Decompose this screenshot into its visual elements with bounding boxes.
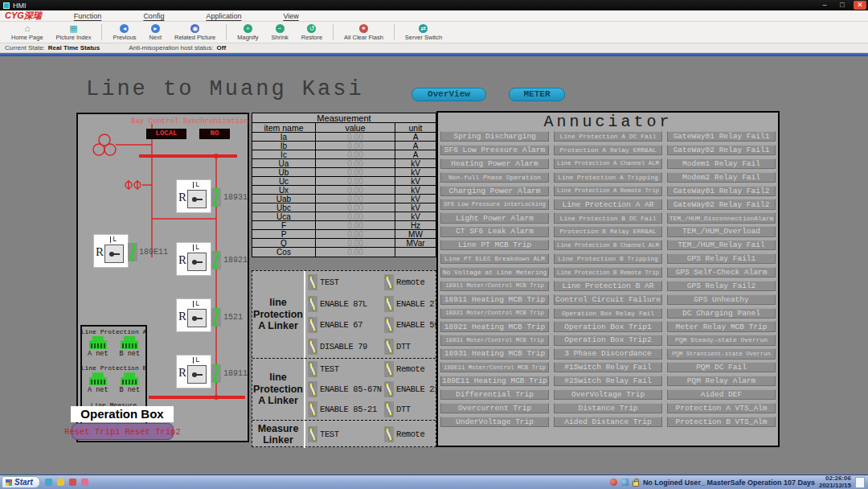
annunciator-tile[interactable]: 18921 Moter/Control MCB Trip (440, 308, 549, 318)
menu-config[interactable]: Config (143, 12, 164, 20)
annunciator-tile[interactable]: GPS Self-Check Alarm (667, 267, 776, 277)
annunciator-tile[interactable]: SF6 Low Pressure interLocking (440, 199, 549, 209)
disconnector-switch-icon[interactable] (211, 251, 221, 269)
annunciator-tile[interactable]: TEM_/HUM_Relay Fail (667, 240, 776, 250)
linker-switch-icon[interactable] (384, 426, 394, 442)
annunciator-tile[interactable]: Line Protection B Tripping (554, 253, 662, 264)
toolbar-button-related-picture[interactable]: ◉Related Picture (168, 23, 222, 43)
reset-trip-button[interactable]: Reset Trip2 (125, 427, 181, 437)
annunciator-tile[interactable]: Line Protection A Channel ALM (554, 158, 662, 169)
toolbar-button-server-switch[interactable]: ⇄Server Switch (399, 23, 448, 43)
annunciator-tile[interactable]: OverVoltage Trip (554, 389, 662, 400)
linker-switch-icon[interactable] (384, 401, 394, 417)
annunciator-tile[interactable]: TEM_/HUM_Overload (667, 226, 776, 236)
annunciator-tile[interactable]: #2Switch Relay Fail (554, 376, 662, 386)
annunciator-tile[interactable]: 18931 Moter/Control MCB Trip (440, 335, 549, 345)
annunciator-tile[interactable]: PQM Steady-state Overrun (667, 335, 776, 345)
quick-launch-icon-1[interactable] (45, 479, 52, 486)
annunciator-tile[interactable]: GateWay02 Relay Fail1 (667, 145, 776, 155)
toolbar-button-home-page[interactable]: ⌂Home Page (5, 23, 50, 43)
annunciator-tile[interactable]: Protection A VTS_Alm (667, 403, 776, 413)
quick-launch-icon-2[interactable] (57, 479, 64, 486)
annunciator-tile[interactable]: Modem2 Relay Fail (667, 172, 776, 183)
annunciator-tile[interactable]: UnderVoltage Trip (440, 417, 549, 427)
annunciator-tile[interactable]: Aided Distance Trip (554, 417, 662, 427)
toolbar-button-shrink[interactable]: −Shrink (265, 23, 295, 43)
toolbar-button-magnify[interactable]: +Magnify (231, 23, 264, 43)
annunciator-tile[interactable]: Light Power Alarm (440, 212, 549, 223)
linker-switch-icon[interactable] (384, 361, 394, 377)
annunciator-tile[interactable]: CT SF6 Leak Alarm (440, 226, 549, 236)
meter-button[interactable]: METER (509, 88, 565, 101)
annunciator-tile[interactable]: Operation Box Relay Fail (554, 308, 662, 318)
annunciator-tile[interactable]: GPS Relay Fail2 (667, 281, 776, 291)
annunciator-tile[interactable]: Operation Box Trip1 (554, 321, 662, 331)
annunciator-tile[interactable]: Non-full Phase Operation (440, 172, 549, 183)
annunciator-tile[interactable]: PQM Relay Alarm (667, 376, 776, 386)
annunciator-tile[interactable]: Line Protection B Channel ALM (554, 240, 662, 250)
annunciator-tile[interactable]: Overcurrent Trip (440, 403, 549, 413)
linker-switch-icon[interactable] (308, 426, 317, 442)
linker-switch-icon[interactable] (384, 317, 394, 333)
annunciator-tile[interactable]: #1Switch Relay Fail (554, 362, 662, 372)
quick-launch-icon-4[interactable] (81, 479, 88, 486)
annunciator-tile[interactable]: Operation Box Trip2 (554, 335, 662, 345)
overview-button[interactable]: OverView (411, 88, 486, 101)
annunciator-tile[interactable]: Protection A Relay ERR&AL (554, 145, 662, 155)
menu-application[interactable]: Application (206, 12, 241, 20)
toolbar-button-previous[interactable]: ◂Previous (106, 23, 142, 43)
annunciator-tile[interactable]: Spring Discharging (440, 131, 549, 142)
annunciator-tile[interactable]: Line Protection B AR (554, 281, 662, 291)
annunciator-tile[interactable]: GateWay01 Relay Fail2 (667, 186, 776, 196)
annunciator-tile[interactable]: 18911 Heating MCB Trip (440, 294, 549, 305)
linker-switch-icon[interactable] (308, 339, 317, 355)
maximize-button[interactable]: □ (836, 1, 849, 10)
linker-switch-icon[interactable] (308, 274, 317, 290)
annunciator-tile[interactable]: Protection B VTS_Alm (667, 417, 776, 427)
start-button[interactable]: Start (2, 476, 40, 488)
annunciator-tile[interactable]: Aided DEF (667, 389, 776, 400)
close-button[interactable]: ✕ (854, 1, 866, 10)
annunciator-tile[interactable]: Modem1 Relay Fail (667, 158, 776, 169)
annunciator-tile[interactable]: Control Circuit Failure (554, 294, 662, 305)
minimize-button[interactable]: – (818, 1, 831, 10)
toolbar-button-restore[interactable]: ↺Restore (295, 23, 329, 43)
annunciator-tile[interactable]: 18931 Heating MCB Trip (440, 348, 549, 359)
linker-switch-icon[interactable] (384, 274, 394, 290)
linker-switch-icon[interactable] (308, 381, 317, 397)
toolbar-button-all-clear-flash[interactable]: ✶All Clear Flash (338, 23, 390, 43)
annunciator-tile[interactable]: GPS Unheathy (667, 294, 776, 305)
reset-trip-button[interactable]: Reset Trip1 (64, 427, 120, 437)
annunciator-tile[interactable]: Line Protection A Remote Trip (554, 186, 662, 196)
disconnector-switch-icon[interactable] (211, 364, 221, 383)
disconnector-switch-icon[interactable] (211, 188, 221, 207)
menu-view[interactable]: View (283, 12, 298, 20)
annunciator-tile[interactable]: GateWay01 Relay Fail1 (667, 131, 776, 142)
annunciator-tile[interactable]: Line Protection B DC Fail (554, 212, 662, 223)
annunciator-tile[interactable]: SF6 Low Pressure Alarm (440, 145, 549, 155)
annunciator-tile[interactable]: GateWay02 Relay Fail2 (667, 199, 776, 209)
annunciator-tile[interactable]: 18921 Heating MCB Trip (440, 321, 549, 331)
breaker-unit-18911[interactable]: LR (177, 355, 211, 388)
linker-switch-icon[interactable] (384, 339, 394, 355)
annunciator-tile[interactable]: PQM DC Fail (667, 362, 776, 372)
linker-switch-icon[interactable] (308, 361, 317, 377)
menu-function[interactable]: Function (74, 12, 102, 20)
annunciator-tile[interactable]: Line Protection A DC Fail (554, 131, 662, 142)
annunciator-tile[interactable]: DC Charging Panel (667, 308, 776, 318)
disconnector-switch-icon[interactable] (128, 243, 137, 261)
annunciator-tile[interactable]: 189E11 Moter/Control MCB Trip (440, 362, 549, 372)
linker-switch-icon[interactable] (384, 296, 394, 312)
annunciator-tile[interactable]: 189E11 Heating MCB Trip (440, 376, 549, 386)
annunciator-tile[interactable]: 3 Phase Discordance (554, 348, 662, 359)
annunciator-tile[interactable]: Differential Trip (440, 389, 549, 400)
disconnector-switch-icon[interactable] (211, 308, 221, 327)
breaker-unit-1521[interactable]: LR (177, 299, 211, 331)
annunciator-tile[interactable]: Line PT MCB Trip (440, 240, 549, 250)
breaker-unit-18931[interactable]: LR (177, 180, 211, 212)
annunciator-tile[interactable]: Heating Power Alarm (440, 158, 549, 169)
tray-alarm-icon[interactable] (610, 479, 617, 486)
annunciator-tile[interactable]: Line Protection A Tripping (554, 172, 662, 183)
annunciator-tile[interactable]: Line Protection A AR (554, 199, 662, 209)
toolbar-button-next[interactable]: ▸Next (143, 23, 168, 43)
